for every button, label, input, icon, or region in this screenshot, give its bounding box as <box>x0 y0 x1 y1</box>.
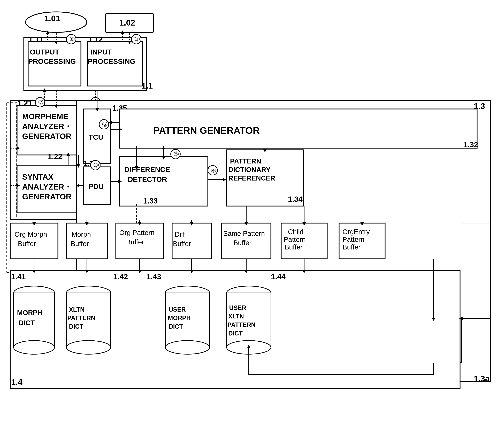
morpheme-label3: GENERATOR <box>22 132 72 141</box>
diff-det-label2: DETECTOR <box>128 175 167 183</box>
ref-101-label: 1.01 <box>44 14 60 23</box>
pat-dict-ref-label2: DICTIONARY <box>228 166 270 173</box>
user-morph-label3: DICT <box>169 323 183 330</box>
ref-142-label: 1.42 <box>113 273 128 281</box>
morph-buf-label2: Buffer <box>71 240 89 247</box>
ref-122-label: 1.22 <box>48 152 62 161</box>
syntax-label1: SYNTAX <box>22 173 53 181</box>
ref-133-label: 1.33 <box>143 197 158 205</box>
org-morph-buf-label1: Org Morph <box>14 231 47 238</box>
ref-134-label: 1.34 <box>288 195 303 203</box>
pat-dict-ref-label3: REFERENCER <box>228 174 275 182</box>
diagram-container: 1.01 1.02 OUTPUT PROCESSING 1.11 INPUT P… <box>0 0 504 423</box>
pdu-label: PDU <box>89 183 104 191</box>
same-pat-buf-label2: Buffer <box>234 239 252 247</box>
output-processing-label2: PROCESSING <box>28 57 76 66</box>
user-xltn-label2: XLTN <box>228 313 244 320</box>
org-entry-buf-label2: Pattern <box>342 236 365 243</box>
ref-132-label: 1.32 <box>463 141 478 149</box>
ref-144-label: 1.44 <box>271 273 286 281</box>
org-pat-buf-label1: Org Pattern <box>119 229 155 236</box>
pattern-gen-label: PATTERN GENERATOR <box>153 125 260 136</box>
output-processing-label: OUTPUT <box>30 48 59 56</box>
ref-141-label: 1.41 <box>11 273 26 281</box>
circle1-label: ① <box>134 36 140 43</box>
morph-dict-label1: MORPH <box>17 309 42 316</box>
ref-3a-label: 1.3a <box>474 374 490 383</box>
morph-buf-label1: Morph <box>72 231 91 238</box>
syntax-label3: GENERATOR <box>22 192 72 201</box>
input-processing-label: INPUT <box>90 48 112 56</box>
pat-dict-ref-label1: PATTERN <box>230 157 261 165</box>
syntax-label2: ANALYZER・ <box>22 182 72 191</box>
ref-12-label: 1.12 <box>88 35 103 43</box>
xltn-dict-label3: DICT <box>69 323 83 330</box>
org-pat-buf-label2: Buffer <box>126 238 144 246</box>
xltn-dict-label1: XLTN <box>69 306 84 313</box>
user-morph-label2: MORPH <box>168 315 191 322</box>
ref-1-label: 1.1 <box>141 81 153 90</box>
tcu-label: TCU <box>89 133 103 141</box>
child-pat-buf-label1: Child <box>288 228 303 236</box>
child-pat-buf-label3: Buffer <box>285 243 303 251</box>
svg-point-67 <box>14 340 54 354</box>
diff-det-label1: DIFFERENCE <box>124 166 170 173</box>
user-morph-label1: USER <box>169 306 186 313</box>
org-entry-buf-label3: Buffer <box>342 243 360 251</box>
svg-point-73 <box>165 340 210 354</box>
svg-rect-75 <box>227 293 271 347</box>
org-entry-buf-label1: OrgEntry <box>342 228 370 236</box>
ref-11-label: 1.11 <box>29 35 43 43</box>
circle8-label: ⑧ <box>69 36 75 43</box>
circle5-label: ⑤ <box>174 150 179 158</box>
svg-point-70 <box>66 340 111 354</box>
user-xltn-label4: DICT <box>228 330 243 337</box>
same-pat-buf-label1: Same Pattern <box>223 230 265 237</box>
ref-121-label: 1.21 <box>18 99 32 107</box>
xltn-dict-label2: PATTERN <box>67 315 96 322</box>
ref-143-label: 1.43 <box>147 273 161 281</box>
circle3-label: ③ <box>93 162 99 169</box>
org-morph-buf-label2: Buffer <box>18 240 36 247</box>
input-processing-label2: PROCESSING <box>88 57 135 66</box>
circle4-label: ④ <box>210 167 216 174</box>
user-xltn-label1: USER <box>229 304 246 311</box>
diff-buf-label2: Buffer <box>173 240 191 247</box>
morpheme-label2: ANALYZER・ <box>22 122 72 131</box>
ref-102-label: 1.02 <box>119 18 135 27</box>
ref-4-label: 1.4 <box>11 377 23 387</box>
morpheme-label1: MORPHEME <box>22 112 68 121</box>
circle6-label: ⑥ <box>102 121 108 128</box>
user-xltn-label3: PATTERN <box>228 321 256 328</box>
morph-dict-label2: DICT <box>19 319 35 327</box>
diff-buf-label1: Diff <box>175 231 185 238</box>
circle7-label: ⑦ <box>38 99 44 106</box>
child-pat-buf-label2: Pattern <box>284 236 306 243</box>
